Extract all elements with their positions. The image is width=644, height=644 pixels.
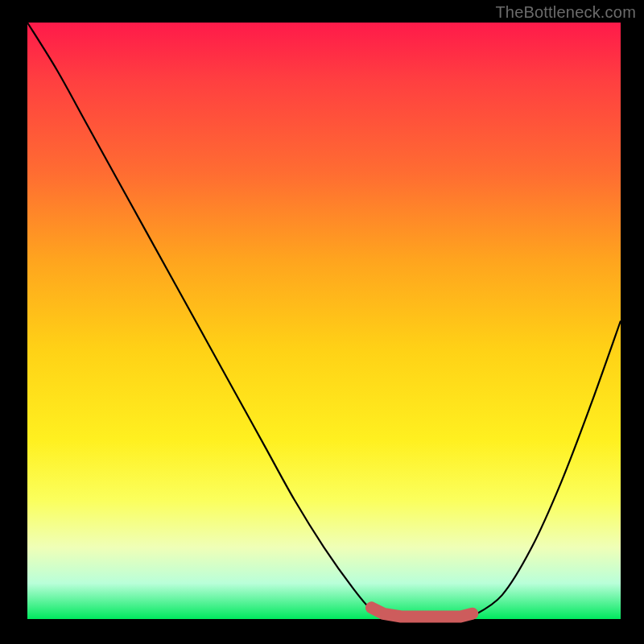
optimal-range-marker: [371, 608, 472, 617]
bottleneck-curve: [27, 23, 621, 619]
watermark-text: TheBottleneck.com: [495, 3, 636, 22]
chart-svg: [0, 0, 644, 644]
